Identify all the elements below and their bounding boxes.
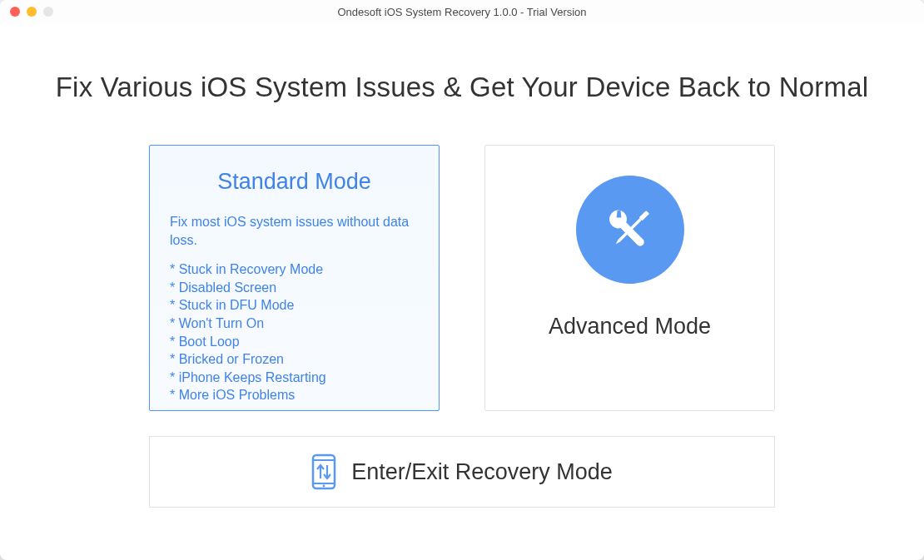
recovery-mode-button[interactable]: Enter/Exit Recovery Mode — [149, 436, 775, 508]
main-content: Fix Various iOS System Issues & Get Your… — [0, 23, 924, 533]
list-item: More iOS Problems — [170, 386, 419, 404]
traffic-lights — [0, 7, 53, 17]
advanced-mode-icon-wrap — [576, 176, 684, 284]
standard-mode-description: Fix most iOS system issues without data … — [170, 213, 419, 249]
mode-cards-row: Standard Mode Fix most iOS system issues… — [50, 145, 874, 411]
minimize-window-button[interactable] — [27, 7, 37, 17]
window-title: Ondesoft iOS System Recovery 1.0.0 - Tri… — [0, 6, 924, 18]
standard-mode-list: Stuck in Recovery Mode Disabled Screen S… — [170, 260, 419, 404]
list-item: Disabled Screen — [170, 279, 419, 297]
phone-arrows-icon — [311, 453, 336, 490]
svg-point-6 — [323, 485, 325, 488]
advanced-mode-card[interactable]: Advanced Mode — [484, 145, 775, 411]
list-item: Stuck in Recovery Mode — [170, 260, 419, 279]
page-headline: Fix Various iOS System Issues & Get Your… — [50, 72, 874, 103]
standard-mode-title: Standard Mode — [217, 169, 371, 195]
zoom-window-button[interactable] — [43, 7, 53, 17]
advanced-mode-title: Advanced Mode — [549, 314, 711, 339]
list-item: Boot Loop — [170, 333, 419, 351]
standard-mode-body: Fix most iOS system issues without data … — [150, 213, 439, 404]
tools-icon — [576, 176, 684, 284]
titlebar: Ondesoft iOS System Recovery 1.0.0 - Tri… — [0, 0, 924, 23]
list-item: Won't Turn On — [170, 315, 419, 333]
list-item: iPhone Keeps Restarting — [170, 369, 419, 387]
app-window: Ondesoft iOS System Recovery 1.0.0 - Tri… — [0, 0, 924, 560]
standard-mode-card[interactable]: Standard Mode Fix most iOS system issues… — [149, 145, 440, 411]
list-item: Bricked or Frozen — [170, 350, 419, 369]
close-window-button[interactable] — [10, 7, 20, 17]
list-item: Stuck in DFU Mode — [170, 296, 419, 315]
recovery-mode-label: Enter/Exit Recovery Mode — [351, 459, 613, 485]
